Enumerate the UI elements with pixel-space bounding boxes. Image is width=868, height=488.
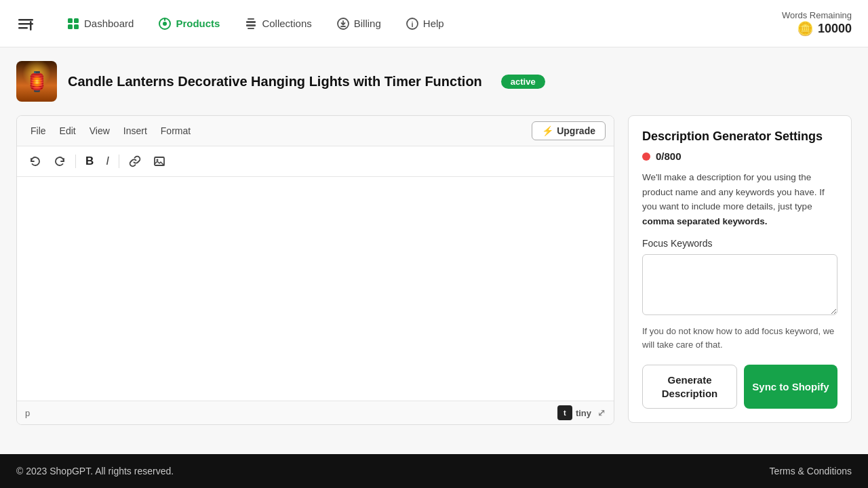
editor-body[interactable]: [17, 177, 614, 401]
words-remaining: Words Remaining 🪙 10000: [782, 10, 852, 37]
nav-dashboard-label: Dashboard: [84, 18, 134, 29]
lightning-icon: ⚡: [542, 125, 553, 136]
editor-paragraph-tag: p: [25, 408, 30, 418]
tinymce-logo: t tiny ⤢: [557, 405, 606, 420]
product-header: 🏮 Candle Lanterns Decorative Hanging Lig…: [16, 61, 852, 102]
resize-icon: ⤢: [597, 407, 606, 418]
italic-button[interactable]: I: [102, 152, 113, 171]
main-content: 🏮 Candle Lanterns Decorative Hanging Lig…: [0, 47, 868, 454]
editor-panel: File Edit View Insert Format ⚡ Upgrade: [16, 115, 614, 425]
tiny-icon: t: [557, 405, 572, 420]
svg-rect-10: [164, 18, 165, 21]
logo-area: [16, 14, 35, 33]
svg-rect-13: [248, 18, 254, 20]
char-counter-dot: [642, 152, 650, 161]
bold-button[interactable]: B: [81, 152, 98, 171]
svg-rect-7: [74, 24, 79, 29]
menu-view[interactable]: View: [84, 123, 115, 139]
lantern-icon: 🏮: [25, 70, 49, 93]
footer-terms-link[interactable]: Terms & Conditions: [770, 466, 852, 476]
nav-collections[interactable]: Collections: [235, 13, 321, 35]
svg-rect-2: [18, 27, 28, 29]
menu-format[interactable]: Format: [155, 123, 196, 139]
download-icon: [336, 17, 350, 30]
settings-title: Description Generator Settings: [642, 129, 837, 144]
sync-to-shopify-button[interactable]: Sync to Shopify: [744, 365, 837, 409]
char-count-text: 0/800: [656, 150, 682, 162]
redo-button[interactable]: [50, 152, 70, 170]
menu-edit[interactable]: Edit: [54, 123, 81, 139]
layers-icon: [244, 17, 258, 30]
menu-file[interactable]: File: [25, 123, 52, 139]
settings-actions: Generate Description Sync to Shopify: [642, 365, 837, 409]
svg-point-9: [163, 22, 167, 26]
nav-help[interactable]: i Help: [396, 13, 454, 35]
hamburger-icon[interactable]: [16, 14, 35, 33]
svg-rect-5: [74, 18, 79, 23]
svg-text:i: i: [411, 20, 413, 28]
toolbar-separator-1: [75, 155, 76, 168]
nav-products-label: Products: [176, 18, 220, 29]
info-icon: i: [406, 17, 419, 30]
keywords-textarea[interactable]: [642, 254, 837, 315]
upgrade-button[interactable]: ⚡ Upgrade: [532, 121, 606, 140]
coin-icon: 🪙: [797, 20, 814, 37]
main-nav: Dashboard Products: [57, 13, 782, 35]
nav-dashboard[interactable]: Dashboard: [57, 13, 143, 35]
svg-rect-11: [246, 21, 256, 23]
nav-billing[interactable]: Billing: [327, 13, 391, 35]
nav-collections-label: Collections: [262, 18, 311, 29]
char-counter: 0/800: [642, 150, 837, 162]
nav-billing-label: Billing: [354, 18, 381, 29]
status-badge: active: [501, 75, 545, 89]
tag-icon: [158, 17, 172, 30]
image-button[interactable]: [149, 152, 170, 170]
generate-description-button[interactable]: Generate Description: [642, 365, 737, 409]
settings-panel: Description Generator Settings 0/800 We'…: [628, 115, 852, 423]
editor-toolbar: B I: [17, 146, 614, 177]
menu-insert[interactable]: Insert: [118, 123, 153, 139]
svg-rect-0: [18, 19, 33, 21]
product-thumbnail: 🏮: [16, 61, 57, 102]
svg-rect-14: [248, 28, 254, 29]
footer-copyright: © 2023 ShopGPT. All rights reserved.: [16, 466, 174, 476]
svg-rect-3: [30, 21, 32, 30]
svg-rect-12: [246, 24, 256, 26]
nav-products[interactable]: Products: [149, 13, 229, 35]
editor-container: File Edit View Insert Format ⚡ Upgrade: [16, 115, 852, 425]
svg-rect-6: [68, 24, 73, 29]
words-remaining-count: 10000: [818, 22, 852, 36]
settings-description: We'll make a description for you using t…: [642, 170, 837, 228]
header: Dashboard Products: [0, 0, 868, 47]
svg-rect-4: [68, 18, 73, 23]
toolbar-separator-2: [119, 155, 119, 168]
nav-help-label: Help: [423, 18, 444, 29]
product-title: Candle Lanterns Decorative Hanging Light…: [68, 74, 482, 89]
editor-menubar: File Edit View Insert Format ⚡ Upgrade: [17, 116, 614, 146]
undo-button[interactable]: [25, 152, 45, 170]
editor-footer: p t tiny ⤢: [17, 401, 614, 424]
svg-point-20: [157, 159, 159, 161]
grid-icon: [66, 17, 80, 30]
product-image: 🏮: [16, 61, 57, 102]
keywords-hint: If you do not know how to add focus keyw…: [642, 325, 837, 351]
tinymce-label: tiny: [576, 408, 591, 418]
focus-keywords-label: Focus Keywords: [642, 238, 837, 249]
footer: © 2023 ShopGPT. All rights reserved. Ter…: [0, 454, 868, 488]
words-remaining-label: Words Remaining: [782, 10, 852, 20]
link-button[interactable]: [125, 152, 145, 170]
